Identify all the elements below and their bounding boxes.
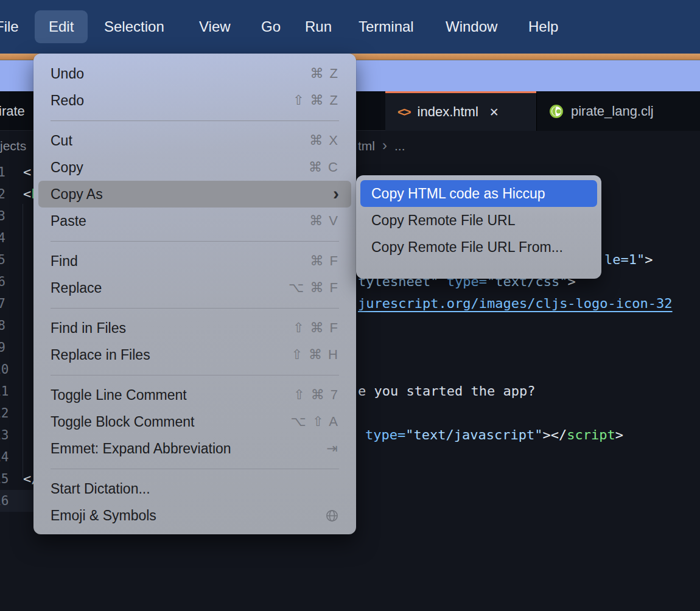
code-line: le=1"> xyxy=(604,249,653,271)
menubar-item-terminal[interactable]: Terminal xyxy=(359,18,414,35)
menu-item-label: Replace xyxy=(51,280,102,296)
line-number: 6 xyxy=(0,271,5,293)
menu-separator xyxy=(51,469,339,469)
menu-item-copy[interactable]: Copy⌘ C xyxy=(38,154,351,181)
line-number: 9 xyxy=(0,337,5,358)
menu-item-label: Toggle Line Comment xyxy=(51,387,187,403)
menubar-item-view[interactable]: View xyxy=(199,18,231,35)
menu-item-cut[interactable]: Cut⌘ X xyxy=(38,127,351,154)
menu-item-shortcut: ⌘ X xyxy=(309,133,339,148)
line-number: 14 xyxy=(0,446,5,468)
menu-item-shortcut: ⇥ xyxy=(327,441,339,456)
menu-item-shortcut: ⇧ ⌘ H xyxy=(291,347,339,363)
menubar: FileEditSelectionViewGoRunTerminalWindow… xyxy=(0,0,700,54)
menu-item-label: Copy Remote File URL xyxy=(371,212,515,229)
menu-separator xyxy=(51,120,339,121)
menu-item-shortcut: ⇧ ⌘ Z xyxy=(293,93,339,108)
menu-item-replace[interactable]: Replace⌥ ⌘ F xyxy=(38,274,351,301)
menu-item-label: Redo xyxy=(51,93,84,109)
menu-item-label: Undo xyxy=(51,66,84,82)
menu-item-label: Find in Files xyxy=(51,320,126,337)
menu-item-toggle-block-comment[interactable]: Toggle Block Comment⌥ ⇧ A xyxy=(38,408,351,435)
code-link: jurescript.org/images/cljs-logo-icon-32 xyxy=(358,296,673,311)
line-number: 7 xyxy=(0,293,5,315)
menubar-item-window[interactable]: Window xyxy=(446,18,497,35)
menu-item-find-in-files[interactable]: Find in Files⇧ ⌘ F xyxy=(38,315,351,341)
menu-item-shortcut: ⌥ ⌘ F xyxy=(289,280,339,296)
menu-item-paste[interactable]: Paste⌘ V xyxy=(38,208,351,234)
submenu-chevron-icon: › xyxy=(333,183,339,204)
line-number: 11 xyxy=(0,380,5,402)
menu-item-label: Copy xyxy=(51,159,83,176)
menu-item-shortcut: ⇧ ⌘ 7 xyxy=(293,387,339,403)
menu-item-label: Copy Remote File URL From... xyxy=(371,239,563,256)
menu-item-shortcut: ⌘ F xyxy=(310,253,339,269)
line-number: 4 xyxy=(0,227,5,249)
menu-item-toggle-line-comment[interactable]: Toggle Line Comment⇧ ⌘ 7 xyxy=(38,382,351,408)
line-number: 8 xyxy=(0,315,5,337)
menubar-item-selection[interactable]: Selection xyxy=(104,18,164,35)
line-number: 3 xyxy=(0,205,5,227)
globe-icon xyxy=(325,509,339,523)
menu-item-label: Find xyxy=(51,253,78,270)
menu-separator xyxy=(51,308,339,309)
menu-item-shortcut: ⌥ ⇧ A xyxy=(291,414,339,430)
menubar-item-go[interactable]: Go xyxy=(261,18,281,35)
menubar-item-help[interactable]: Help xyxy=(528,18,558,35)
menu-item-label: Paste xyxy=(51,213,86,229)
menu-item-start-dictation[interactable]: Start Dictation... xyxy=(38,475,351,502)
menu-item-replace-in-files[interactable]: Replace in Files⇧ ⌘ H xyxy=(38,341,351,368)
line-number: 1 xyxy=(0,161,5,183)
menu-item-label: Replace in Files xyxy=(51,347,150,363)
edit-menu-dropdown: Undo⌘ ZRedo⇧ ⌘ ZCut⌘ XCopy⌘ CCopy As›Pas… xyxy=(33,54,356,534)
menu-item-label: Cut xyxy=(51,133,72,149)
code-line: e you started the app? xyxy=(358,380,535,402)
code-line: jurescript.org/images/cljs-logo-icon-32 xyxy=(358,293,673,315)
code-line: type="text/javascript"></script> xyxy=(365,424,623,446)
menubar-item-edit[interactable]: Edit xyxy=(35,10,88,43)
line-number: 12 xyxy=(0,402,5,424)
menu-item-emmet-expand-abbreviation[interactable]: Emmet: Expand Abbreviation⇥ xyxy=(38,435,351,462)
menubar-item-file[interactable]: File xyxy=(0,18,19,35)
menu-item-copy-html-code-as-hiccup[interactable]: Copy HTML code as Hiccup xyxy=(360,180,597,207)
indent-guide xyxy=(23,204,23,478)
menu-separator xyxy=(51,241,339,242)
menu-item-shortcut: ⇧ ⌘ F xyxy=(293,320,339,336)
line-number: 10 xyxy=(0,358,5,380)
line-number: 16 xyxy=(0,490,5,512)
menu-item-copy-remote-file-url[interactable]: Copy Remote File URL xyxy=(360,207,597,234)
menu-item-copy-remote-file-url-from[interactable]: Copy Remote File URL From... xyxy=(360,234,597,260)
menu-item-shortcut: ⌘ V xyxy=(309,213,339,229)
menu-item-label: Emoji & Symbols xyxy=(51,508,156,524)
menu-item-copy-as[interactable]: Copy As› xyxy=(38,181,351,208)
menu-item-find[interactable]: Find⌘ F xyxy=(38,248,351,274)
menu-item-shortcut: ⌘ Z xyxy=(310,66,339,82)
menu-separator xyxy=(51,375,339,375)
line-number: 2 xyxy=(0,183,5,205)
line-number: 5 xyxy=(0,249,5,271)
line-number: 15 xyxy=(0,468,5,490)
menu-item-label: Copy HTML code as Hiccup xyxy=(371,186,545,202)
menu-item-redo[interactable]: Redo⇧ ⌘ Z xyxy=(38,87,351,114)
menu-item-label: Toggle Block Comment xyxy=(51,414,195,430)
menubar-item-run[interactable]: Run xyxy=(305,18,332,35)
menu-item-label: Start Dictation... xyxy=(51,481,150,497)
code-line: < xyxy=(23,161,31,183)
copy-as-submenu: Copy HTML code as HiccupCopy Remote File… xyxy=(356,175,601,279)
menu-item-label: Copy As xyxy=(51,186,103,203)
menu-item-shortcut: ⌘ C xyxy=(309,159,339,175)
menu-item-undo[interactable]: Undo⌘ Z xyxy=(38,60,351,87)
menu-item-emoji-symbols[interactable]: Emoji & Symbols xyxy=(38,502,351,529)
menu-item-label: Emmet: Expand Abbreviation xyxy=(51,441,231,457)
line-number: 13 xyxy=(0,424,5,446)
